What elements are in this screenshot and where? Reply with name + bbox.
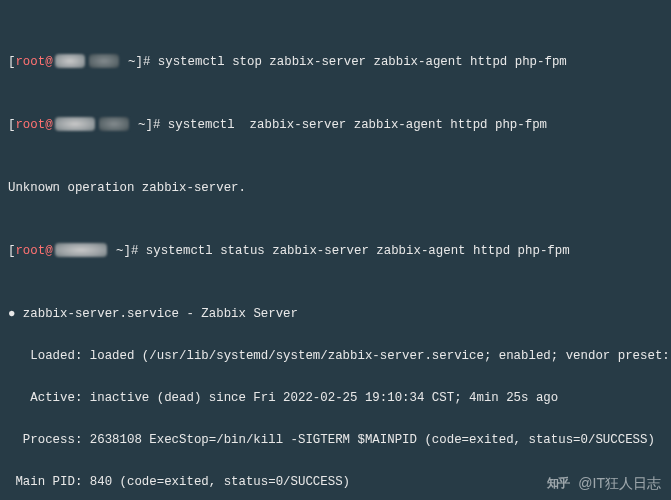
service-mainpid-1: Main PID: 840 (code=exited, status=0/SUC…	[8, 472, 665, 493]
prompt-suffix: ~]#	[121, 55, 158, 69]
prompt-user: root@	[15, 118, 52, 132]
prompt-user: root@	[15, 244, 52, 258]
service-process-1: Process: 2638108 ExecStop=/bin/kill -SIG…	[8, 430, 665, 451]
hostname-blur-icon	[55, 117, 95, 131]
command-text: systemctl zabbix-server zabbix-agent htt…	[168, 118, 547, 132]
error-text: Unknown operation zabbix-server.	[8, 181, 246, 195]
service-header-1: ● zabbix-server.service - Zabbix Server	[8, 304, 665, 325]
terminal-window[interactable]: [root@ ~]# systemctl stop zabbix-server …	[0, 0, 671, 500]
hostname-blur-icon	[99, 117, 129, 131]
hostname-blur-icon	[89, 54, 119, 68]
service-loaded-1: Loaded: loaded (/usr/lib/systemd/system/…	[8, 346, 665, 367]
service-active-1: Active: inactive (dead) since Fri 2022-0…	[8, 388, 665, 409]
service-title: zabbix-server.service - Zabbix Server	[15, 307, 298, 321]
prompt-line-3: [root@ ~]# systemctl status zabbix-serve…	[8, 241, 665, 262]
hostname-blur-icon	[55, 54, 85, 68]
prompt-line-2: [root@ ~]# systemctl zabbix-server zabbi…	[8, 115, 665, 136]
command-text: systemctl status zabbix-server zabbix-ag…	[146, 244, 570, 258]
error-line: Unknown operation zabbix-server.	[8, 178, 665, 199]
prompt-user: root@	[15, 55, 52, 69]
command-text: systemctl stop zabbix-server zabbix-agen…	[158, 55, 567, 69]
hostname-blur-icon	[55, 243, 107, 257]
prompt-suffix: ~]#	[109, 244, 146, 258]
prompt-line-1: [root@ ~]# systemctl stop zabbix-server …	[8, 52, 665, 73]
prompt-suffix: ~]#	[131, 118, 168, 132]
